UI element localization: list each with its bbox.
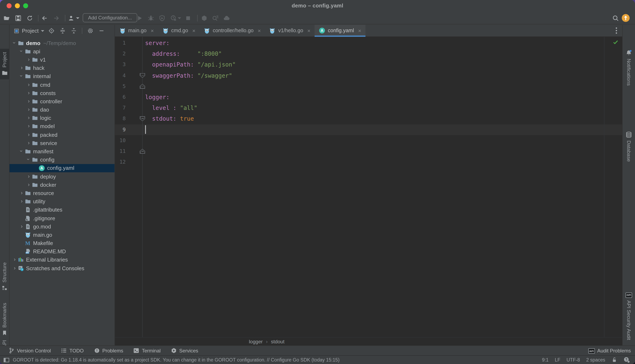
code-content[interactable]: server: address: ":8000" openapiPath: "/…: [145, 38, 236, 168]
close-icon[interactable]: ×: [151, 28, 154, 34]
tree-item-dao[interactable]: ›dao: [10, 106, 115, 114]
tree-item-external-libraries[interactable]: ›External Libraries: [10, 256, 115, 264]
cloud-icon[interactable]: [222, 12, 232, 24]
tool-window-button-audit-problems[interactable]: /APIAudit Problems: [588, 348, 635, 354]
tool-window-button-terminal[interactable]: Terminal: [133, 348, 161, 354]
navigate-back-icon[interactable]: [40, 12, 50, 24]
tree-item-hack[interactable]: ›hack: [10, 64, 115, 72]
chevron-right-icon[interactable]: ›: [26, 115, 32, 121]
chevron-right-icon[interactable]: ›: [26, 140, 32, 146]
tree-item-manifest[interactable]: ›manifest: [10, 147, 115, 156]
project-view-selector[interactable]: Project: [22, 28, 39, 34]
chevron-right-icon[interactable]: ›: [26, 90, 32, 96]
hide-panel-icon[interactable]: [98, 28, 105, 34]
status-message[interactable]: GOROOT is detected: Go 1.18.4 is automat…: [13, 358, 340, 362]
tree-item-v1[interactable]: ›v1: [10, 56, 115, 64]
fold-marker-icon[interactable]: [140, 116, 145, 121]
tree-item-demo[interactable]: ›demo~/Temp/demo: [10, 39, 115, 47]
editor-tab-config.yaml[interactable]: Aconfig.yaml×: [315, 25, 365, 36]
run-icon[interactable]: [135, 12, 145, 24]
chevron-right-icon[interactable]: ›: [26, 56, 32, 63]
tree-item-utility[interactable]: ›utility: [10, 197, 115, 206]
stripe-tab-database[interactable]: Database: [622, 132, 635, 162]
fold-marker-icon[interactable]: [140, 84, 145, 89]
chevron-right-icon[interactable]: ›: [26, 182, 32, 188]
chevron-right-icon[interactable]: ›: [26, 132, 32, 138]
close-icon[interactable]: ×: [258, 28, 261, 34]
stripe-tab-bookmarks[interactable]: Bookmarks: [0, 303, 9, 336]
update-available-icon[interactable]: [620, 12, 630, 24]
tool-window-button-version-control[interactable]: Version Control: [8, 348, 51, 354]
tree-item-packed[interactable]: ›packed: [10, 130, 115, 139]
breadcrumb-item-logger[interactable]: logger: [249, 338, 263, 344]
tree-item-main.go[interactable]: main.go: [10, 231, 115, 239]
debug-icon[interactable]: [146, 12, 156, 24]
stripe-tab-notifications[interactable]: Notifications: [622, 50, 635, 86]
sync-icon[interactable]: [25, 12, 35, 24]
stripe-tab-structure[interactable]: Structure: [0, 262, 9, 291]
tree-item-logic[interactable]: ›logic: [10, 114, 115, 122]
chevron-right-icon[interactable]: ›: [26, 98, 32, 104]
save-all-icon[interactable]: [13, 12, 23, 24]
file-encoding[interactable]: UTF-8: [566, 358, 580, 362]
tree-item-.gitignore[interactable]: .gitignore: [10, 214, 115, 222]
tree-item-internal[interactable]: ›internal: [10, 72, 115, 80]
inspections-ok-check-icon[interactable]: [613, 39, 618, 45]
chevron-down-icon[interactable]: ›: [19, 73, 25, 80]
search-icon[interactable]: [610, 12, 620, 24]
collapse-all-icon[interactable]: [71, 28, 77, 34]
editor-tab-cmd.go[interactable]: cmd.go×: [158, 25, 200, 36]
close-icon[interactable]: ×: [192, 28, 195, 34]
chevron-right-icon[interactable]: ›: [19, 198, 25, 204]
fold-marker-icon[interactable]: [140, 149, 145, 154]
tree-item-readme.md[interactable]: MDREADME.MD: [10, 247, 115, 256]
indent-style[interactable]: 2 spaces: [586, 358, 605, 362]
editor-tab-v1-hello.go[interactable]: v1/hello.go×: [265, 25, 315, 36]
navigate-forward-icon[interactable]: [51, 12, 61, 24]
run-with-coverage-icon[interactable]: [157, 12, 167, 24]
tool-window-button-todo[interactable]: TODO: [61, 348, 84, 354]
tab-options-more-icon[interactable]: [615, 25, 622, 36]
chevron-down-icon[interactable]: ›: [19, 48, 25, 54]
expand-all-icon[interactable]: [60, 28, 66, 34]
tool-window-switcher-icon[interactable]: [3, 357, 10, 363]
line-separator[interactable]: LF: [555, 358, 560, 362]
stripe-tab-api-security-audit[interactable]: /APIAPI Security Audit: [622, 291, 635, 340]
unlock-icon[interactable]: [611, 357, 617, 363]
help-gear-icon[interactable]: ?: [623, 356, 630, 363]
chevron-right-icon[interactable]: ›: [12, 265, 17, 271]
profile-icon[interactable]: [66, 12, 76, 24]
caret-position[interactable]: 9:1: [542, 358, 549, 362]
open-file-icon[interactable]: [2, 12, 12, 24]
add-configuration-button[interactable]: Add Configuration...: [83, 13, 137, 22]
line-number-gutter[interactable]: 123456789101112: [115, 38, 126, 168]
chevron-down-icon[interactable]: ›: [19, 148, 25, 154]
breadcrumb-item-stdout[interactable]: stdout: [271, 338, 284, 344]
stop-icon[interactable]: [183, 12, 193, 24]
stripe-tab-project[interactable]: Project: [0, 49, 9, 80]
chevron-right-icon[interactable]: ›: [26, 82, 32, 88]
tree-item-controller[interactable]: ›controller: [10, 97, 115, 106]
gear-icon[interactable]: [87, 28, 94, 34]
tree-item-api[interactable]: ›api: [10, 47, 115, 55]
tool-window-button-services[interactable]: Services: [171, 348, 198, 354]
tool-window-button-problems[interactable]: Problems: [94, 348, 123, 354]
tree-item-docker[interactable]: ›docker: [10, 180, 115, 189]
chevron-down-icon[interactable]: ›: [26, 156, 32, 163]
tree-item-scratches-and-consoles[interactable]: ›Scratches and Consoles: [10, 264, 115, 272]
tree-item-service[interactable]: ›service: [10, 139, 115, 147]
chevron-right-icon[interactable]: ›: [26, 173, 32, 180]
locate-file-icon[interactable]: [48, 28, 55, 34]
chevron-right-icon[interactable]: ›: [26, 106, 32, 113]
tree-item-go.mod[interactable]: ›go.mod: [10, 222, 115, 230]
editor-tab-controller-hello.go[interactable]: controller/hello.go×: [200, 25, 265, 36]
tree-item-cmd[interactable]: ›cmd: [10, 80, 115, 89]
editor-tab-main.go[interactable]: main.go×: [115, 25, 158, 36]
tree-item-config.yaml[interactable]: Aconfig.yaml: [10, 164, 115, 172]
chevron-down-icon[interactable]: [75, 12, 80, 24]
tree-item-.gitattributes[interactable]: .gitattributes: [10, 206, 115, 214]
chevron-right-icon[interactable]: ›: [19, 65, 25, 71]
fold-marker-icon[interactable]: [140, 73, 145, 78]
chevron-down-icon[interactable]: [177, 12, 182, 24]
search-everywhere-scope-icon[interactable]: [210, 12, 220, 24]
